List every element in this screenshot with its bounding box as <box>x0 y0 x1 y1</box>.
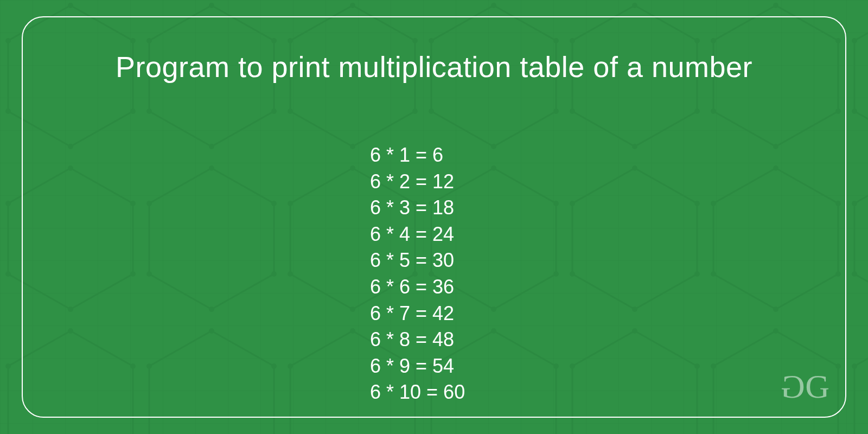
brand-logo: GG <box>784 367 826 406</box>
content-card: Program to print multiplication table of… <box>22 16 846 418</box>
table-row: 6 * 7 = 42 <box>370 301 465 327</box>
table-row: 6 * 5 = 30 <box>370 247 465 274</box>
page-title: Program to print multiplication table of… <box>23 50 845 84</box>
logo-right-glyph: G <box>805 368 826 405</box>
table-row: 6 * 4 = 24 <box>370 221 465 248</box>
table-row: 6 * 10 = 60 <box>370 379 465 406</box>
multiplication-table: 6 * 1 = 6 6 * 2 = 12 6 * 3 = 18 6 * 4 = … <box>370 142 465 406</box>
table-row: 6 * 3 = 18 <box>370 195 465 221</box>
logo-left-glyph: G <box>784 367 805 406</box>
table-row: 6 * 1 = 6 <box>370 142 465 169</box>
table-row: 6 * 8 = 48 <box>370 327 465 353</box>
table-row: 6 * 6 = 36 <box>370 274 465 301</box>
table-row: 6 * 9 = 54 <box>370 353 465 380</box>
table-row: 6 * 2 = 12 <box>370 169 465 195</box>
